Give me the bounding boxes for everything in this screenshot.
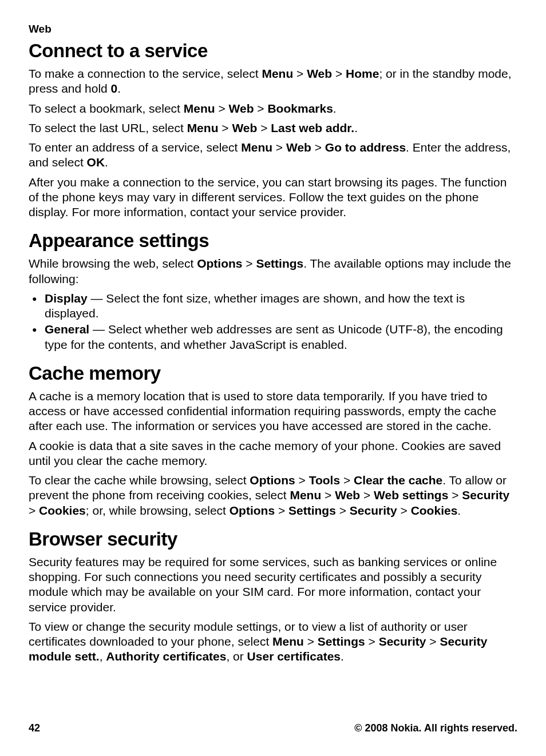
menu-path: Security	[350, 504, 397, 517]
sep: >	[215, 102, 229, 115]
text: .	[457, 504, 461, 517]
heading-appearance: Appearance settings	[29, 230, 517, 252]
menu-path: Web	[286, 141, 311, 154]
sep: >	[295, 474, 309, 487]
menu-path: User certificates	[247, 650, 341, 663]
list-item: Display — Select the font size, whether …	[29, 291, 517, 321]
menu-path: Web	[229, 102, 254, 115]
text: .	[117, 82, 121, 95]
menu-path: Cookies	[411, 504, 458, 517]
menu-path: Security	[379, 635, 426, 648]
sep: >	[332, 67, 346, 80]
menu-path: Settings	[256, 257, 303, 270]
security-p2: To view or change the security module se…	[29, 619, 517, 665]
text: , or	[226, 650, 247, 663]
text: To clear the cache while browsing, selec…	[29, 474, 250, 487]
cache-p2: A cookie is data that a site saves in th…	[29, 439, 517, 469]
text: ,	[100, 650, 106, 663]
menu-path: Menu	[262, 67, 293, 80]
sep: >	[254, 102, 268, 115]
text: To make a connection to the service, sel…	[29, 67, 262, 80]
heading-cache: Cache memory	[29, 363, 517, 384]
connect-p1: To make a connection to the service, sel…	[29, 66, 517, 97]
menu-path: Security	[462, 488, 509, 502]
menu-path: Cookies	[39, 504, 86, 517]
page-number: 42	[29, 722, 40, 734]
text: To select the last URL, select	[29, 121, 187, 134]
key: OK	[87, 156, 105, 169]
sep: >	[340, 474, 354, 487]
sep: >	[272, 141, 286, 154]
copyright: © 2008 Nokia. All rights reserved.	[354, 722, 517, 734]
menu-path: Bookmarks	[267, 102, 333, 115]
text: While browsing the web, select	[29, 257, 197, 270]
text: ; or, while browsing, select	[86, 504, 230, 517]
connect-p5: After you make a connection to the servi…	[29, 175, 517, 220]
sep: >	[360, 488, 374, 502]
text: — Select whether web addresses are sent …	[45, 323, 503, 351]
appearance-p1: While browsing the web, select Options >…	[29, 256, 517, 287]
sep: >	[365, 635, 379, 648]
menu-path: Options	[230, 504, 275, 517]
sep: >	[257, 121, 271, 134]
sep: >	[336, 504, 350, 517]
menu-path: Tools	[309, 474, 340, 487]
list-item: General — Select whether web addresses a…	[29, 322, 517, 352]
page-footer: 42 © 2008 Nokia. All rights reserved.	[29, 722, 517, 734]
cache-p3: To clear the cache while browsing, selec…	[29, 473, 517, 518]
menu-path: Menu	[290, 488, 321, 502]
sep: >	[304, 635, 318, 648]
sep: >	[321, 488, 335, 502]
menu-path: Settings	[288, 504, 336, 517]
menu-path: Home	[346, 67, 379, 80]
sep: >	[275, 504, 288, 517]
sep: >	[242, 257, 256, 270]
text: To select a bookmark, select	[29, 102, 184, 115]
sep: >	[293, 67, 307, 80]
menu-path: Options	[250, 474, 295, 487]
text: .	[354, 121, 358, 134]
sep: >	[397, 504, 411, 517]
text: — Select the font size, whether images a…	[45, 292, 465, 320]
option-name: Display	[45, 292, 88, 305]
menu-path: Clear the cache	[354, 474, 442, 487]
connect-p2: To select a bookmark, select Menu > Web …	[29, 101, 517, 116]
connect-p3: To select the last URL, select Menu > We…	[29, 121, 517, 136]
key: 0	[111, 82, 118, 95]
menu-path: Menu	[241, 141, 272, 154]
text: .	[341, 650, 344, 663]
heading-security: Browser security	[29, 528, 517, 550]
menu-path: Web	[307, 67, 332, 80]
text: .	[333, 102, 337, 115]
sep: >	[29, 504, 39, 517]
appearance-list: Display — Select the font size, whether …	[29, 291, 517, 352]
connect-p4: To enter an address of a service, select…	[29, 140, 517, 170]
sep: >	[218, 121, 232, 134]
menu-path: Web	[232, 121, 257, 134]
sep: >	[448, 488, 462, 502]
menu-path: Menu	[187, 121, 219, 134]
menu-path: Last web addr.	[271, 121, 354, 134]
menu-path: Menu	[272, 635, 304, 648]
menu-path: Authority certificates	[106, 650, 226, 663]
security-p1: Security features may be required for so…	[29, 555, 517, 615]
text: .	[105, 156, 108, 169]
page-header: Web	[29, 23, 517, 35]
text: To enter an address of a service, select	[29, 141, 241, 154]
sep: >	[426, 635, 440, 648]
sep: >	[311, 141, 325, 154]
option-name: General	[45, 323, 89, 336]
menu-path: Web settings	[374, 488, 448, 502]
cache-p1: A cache is a memory location that is use…	[29, 389, 517, 434]
heading-connect: Connect to a service	[29, 40, 517, 62]
menu-path: Web	[335, 488, 360, 502]
menu-path: Menu	[184, 102, 215, 115]
menu-path: Go to address	[325, 141, 406, 154]
menu-path: Options	[197, 257, 242, 270]
menu-path: Settings	[318, 635, 365, 648]
